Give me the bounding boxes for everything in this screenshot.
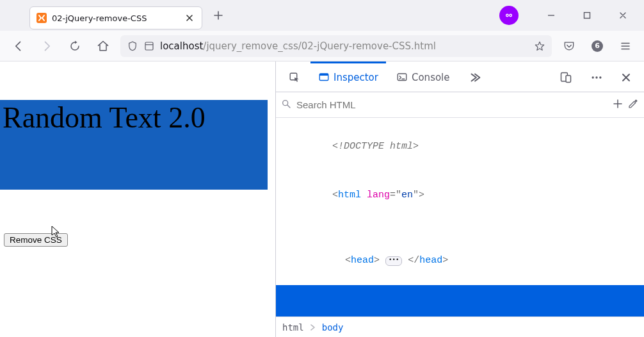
crumb-html[interactable]: html [282,322,304,333]
svg-rect-6 [584,13,590,19]
site-info-icon[interactable] [143,40,155,52]
ellipsis-icon[interactable]: ••• [385,256,402,266]
svg-point-14 [592,76,594,78]
tab-console-label: Console [412,72,450,83]
devtools-search-bar [276,92,644,118]
tracker-count-badge[interactable]: 6 [586,35,608,57]
breadcrumbs: html body [276,316,644,337]
page-viewport: Random Text 2.0 Remove CSS [0,62,275,337]
markup-body-open[interactable]: <body> [276,285,644,316]
element-picker-button[interactable] [281,62,308,92]
svg-rect-10 [319,74,328,76]
bookmark-star-icon[interactable] [534,40,545,52]
window-close-button[interactable] [608,6,638,25]
content-area: Random Text 2.0 Remove CSS Inspector Con… [0,62,644,337]
app-menu-button[interactable] [615,35,636,57]
xampp-icon [36,13,47,23]
browser-titlebar: 02-jQuery-remove-CSS [0,0,644,31]
meatball-menu-button[interactable] [583,62,611,92]
search-icon [281,99,291,111]
tab-title: 02-jQuery-remove-CSS [52,13,179,23]
url-host: localhost [160,40,203,52]
svg-rect-11 [398,74,407,81]
window-minimize-button[interactable] [536,6,566,25]
svg-point-5 [510,15,511,16]
svg-rect-7 [145,42,153,50]
remove-css-button[interactable]: Remove CSS [4,233,68,247]
chevron-right-icon [310,322,316,333]
random-text-paragraph: Random Text 2.0 [0,100,268,190]
markup-html-open[interactable]: <html lang="en"> [276,171,644,220]
shield-icon[interactable] [127,40,138,52]
markup-doctype[interactable]: <!DOCTYPE html> [276,122,644,171]
svg-point-17 [283,100,288,105]
svg-point-15 [595,76,597,78]
browser-tab[interactable]: 02-jQuery-remove-CSS [29,6,202,29]
tabs-overflow-button[interactable] [460,62,490,92]
tab-close-button[interactable] [184,12,195,24]
window-maximize-button[interactable] [572,6,602,25]
svg-rect-13 [566,76,571,83]
svg-point-16 [599,76,601,78]
tracker-count: 6 [592,40,603,52]
url-bar[interactable]: localhost/jquery_remove_css/02-jQuery-re… [120,35,552,57]
search-html-input[interactable] [295,99,608,111]
devtools-close-button[interactable] [613,62,639,92]
markup-view[interactable]: <!DOCTYPE html> <html lang="en"> <head> … [276,118,644,316]
markup-head[interactable]: <head> ••• </head> [276,220,644,285]
responsive-mode-button[interactable] [552,62,580,92]
devtools-panel: Inspector Console [275,62,644,337]
forward-button[interactable] [36,35,58,57]
new-tab-button[interactable] [209,6,228,25]
eyedropper-button[interactable] [627,98,639,112]
browser-toolbar: localhost/jquery_remove_css/02-jQuery-re… [0,31,644,62]
devtools-tabbar: Inspector Console [276,62,644,92]
home-button[interactable] [92,35,114,57]
tab-inspector-label: Inspector [334,72,378,83]
url-path: /jquery_remove_css/02-jQuery-remove-CSS.… [203,40,436,52]
pocket-icon[interactable] [558,35,580,57]
svg-point-4 [506,15,508,16]
reload-button[interactable] [64,35,86,57]
tab-console[interactable]: Console [389,62,458,92]
url-text: localhost/jquery_remove_css/02-jQuery-re… [160,40,529,52]
back-button[interactable] [8,35,29,57]
add-node-button[interactable] [612,98,624,112]
window-controls [499,6,640,25]
crumb-body[interactable]: body [322,322,344,333]
extension-icon[interactable] [499,6,519,25]
tab-inspector[interactable]: Inspector [310,62,386,92]
